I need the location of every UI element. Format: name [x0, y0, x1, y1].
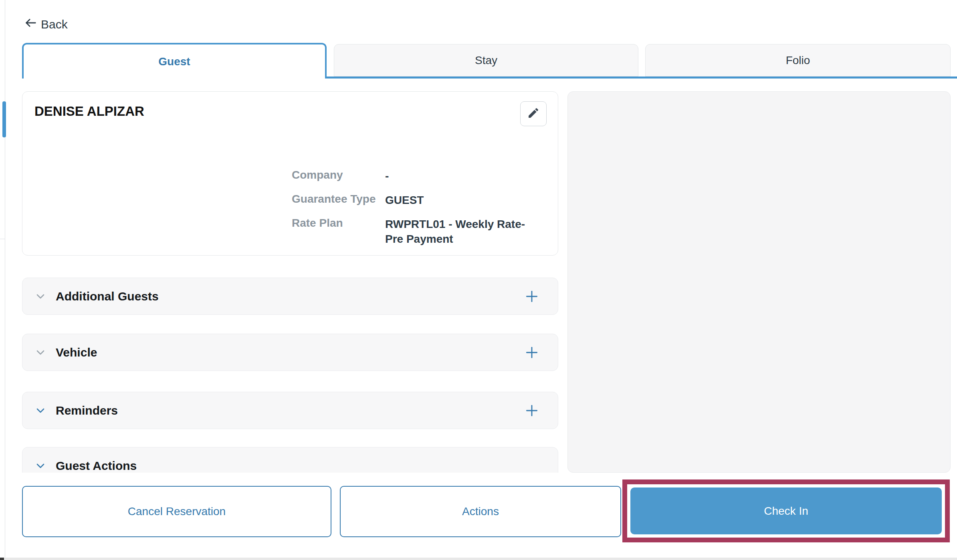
rate-plan-value: RWPRTL01 - Weekly Rate- Pre Payment — [385, 217, 545, 247]
tab-guest-label: Guest — [158, 55, 190, 68]
company-label: Company — [292, 169, 385, 181]
section-vehicle[interactable]: Vehicle — [22, 334, 558, 371]
edit-guest-button[interactable] — [520, 101, 547, 126]
bottom-left-dark-corner — [0, 558, 4, 560]
section-additional-guests[interactable]: Additional Guests — [22, 278, 558, 315]
check-in-label: Check In — [764, 505, 808, 518]
tab-underline — [325, 77, 957, 79]
actions-label: Actions — [462, 505, 499, 518]
bottom-page-band — [0, 558, 957, 560]
chevron-down-icon[interactable] — [34, 346, 47, 359]
tab-stay-label: Stay — [475, 54, 497, 67]
page-edge-line — [5, 0, 5, 560]
check-in-button[interactable]: Check In — [630, 487, 942, 534]
rate-plan-label: Rate Plan — [292, 217, 385, 230]
guest-summary-card: DENISE ALPIZAR Company - Guarantee Type … — [22, 91, 558, 256]
detail-side-panel — [567, 91, 951, 473]
plus-icon[interactable] — [524, 403, 539, 418]
plus-icon[interactable] — [524, 289, 539, 304]
company-value: - — [385, 169, 545, 184]
section-title: Vehicle — [56, 346, 97, 359]
guarantee-type-label: Guarantee Type — [292, 193, 385, 205]
chevron-down-icon[interactable] — [34, 290, 47, 303]
reservation-info: Company - Guarantee Type GUEST Rate Plan… — [292, 169, 545, 247]
guarantee-type-value: GUEST — [385, 193, 545, 208]
back-label: Back — [41, 18, 68, 31]
reservation-detail-page: Back Guest Stay Folio DENISE ALPIZAR Com… — [0, 0, 957, 560]
info-row-guarantee-type: Guarantee Type GUEST — [292, 193, 545, 208]
guest-name: DENISE ALPIZAR — [34, 104, 144, 119]
plus-icon[interactable] — [524, 345, 539, 360]
checkin-highlight-annotation: Check In — [622, 479, 950, 542]
section-guest-actions[interactable]: Guest Actions — [22, 447, 558, 473]
tab-folio-label: Folio — [786, 54, 810, 67]
left-edge-accent-bar — [2, 101, 6, 137]
actions-button[interactable]: Actions — [340, 486, 621, 537]
info-row-company: Company - — [292, 169, 545, 184]
page-edge-divider — [0, 239, 5, 239]
tab-folio[interactable]: Folio — [645, 44, 951, 77]
cancel-reservation-button[interactable]: Cancel Reservation — [22, 486, 331, 537]
section-title: Guest Actions — [56, 459, 137, 473]
section-reminders[interactable]: Reminders — [22, 392, 558, 429]
pencil-icon — [527, 107, 540, 121]
back-button[interactable]: Back — [24, 16, 68, 32]
section-guest-actions-clipped: Guest Actions — [22, 447, 558, 473]
tab-guest[interactable]: Guest — [22, 43, 327, 79]
tab-stay[interactable]: Stay — [334, 44, 638, 77]
cancel-reservation-label: Cancel Reservation — [128, 505, 226, 518]
chevron-down-icon[interactable] — [34, 459, 47, 472]
arrow-left-icon — [24, 16, 38, 32]
info-row-rate-plan: Rate Plan RWPRTL01 - Weekly Rate- Pre Pa… — [292, 217, 545, 247]
chevron-down-icon[interactable] — [34, 404, 47, 417]
section-title: Additional Guests — [56, 290, 159, 303]
section-title: Reminders — [56, 404, 118, 417]
